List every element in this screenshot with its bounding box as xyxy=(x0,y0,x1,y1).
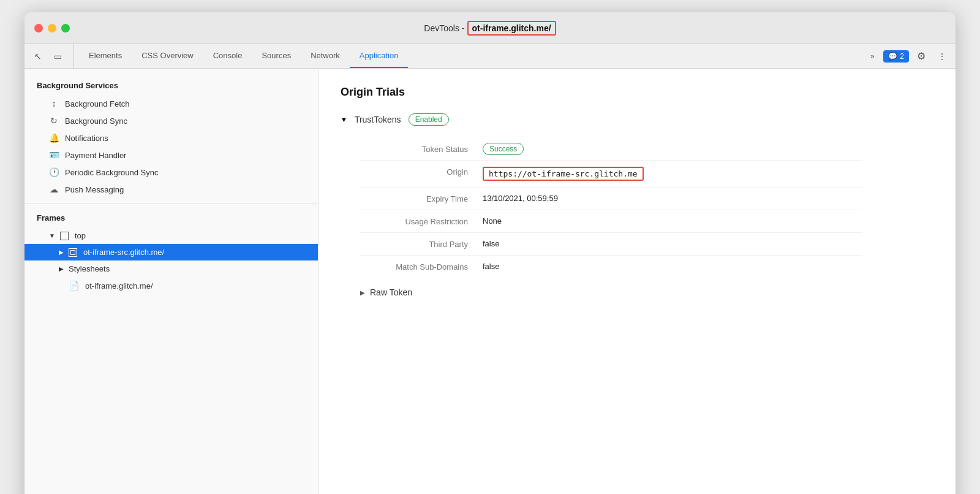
tab-application[interactable]: Application xyxy=(350,44,409,68)
frames-item-ot-iframe[interactable]: 📄 ot-iframe.glitch.me/ xyxy=(24,277,318,294)
devtools-window: DevTools - ot-iframe.glitch.me/ ↖ ▭ Elem… xyxy=(24,12,956,494)
origin-value: https://ot-iframe-src.glitch.me xyxy=(483,167,644,181)
sidebar-divider xyxy=(24,203,318,203)
iframe-src-label: ot-iframe-src.glitch.me/ xyxy=(83,248,164,257)
stylesheets-label: Stylesheets xyxy=(69,264,110,273)
token-status-value: Success xyxy=(483,144,524,153)
third-party-row: Third Party false xyxy=(360,233,862,256)
tab-network[interactable]: Network xyxy=(301,44,350,68)
usage-restriction-label: Usage Restriction xyxy=(360,216,483,226)
background-sync-label: Background Sync xyxy=(65,116,127,126)
frames-section: Frames ▼ top ▶ ot-iframe-src.glitch.me/ … xyxy=(24,208,318,294)
iframe-arrow-icon: ▶ xyxy=(59,249,64,256)
frames-item-stylesheets[interactable]: ▶ Stylesheets xyxy=(24,260,318,277)
sidebar-item-background-fetch[interactable]: ↕ Background Fetch xyxy=(24,95,318,112)
toolbar-tabs: Elements CSS Overview Console Sources Ne… xyxy=(79,44,865,68)
payment-handler-label: Payment Handler xyxy=(65,151,126,160)
trust-tokens-label: TrustTokens xyxy=(355,115,401,124)
messages-button[interactable]: 💬 2 xyxy=(883,50,909,63)
titlebar: DevTools - ot-iframe.glitch.me/ xyxy=(24,12,956,44)
expiry-value: 13/10/2021, 00:59:59 xyxy=(483,194,558,203)
token-status-badge: Success xyxy=(483,143,524,155)
tab-elements[interactable]: Elements xyxy=(79,44,132,68)
frames-item-ot-iframe-src[interactable]: ▶ ot-iframe-src.glitch.me/ xyxy=(24,244,318,260)
push-messaging-label: Push Messaging xyxy=(65,185,124,194)
background-services-header: Background Services xyxy=(24,76,318,95)
trust-tokens-badge: Enabled xyxy=(409,113,449,126)
frame-iframe-icon xyxy=(69,248,77,257)
frames-top-label: top xyxy=(75,231,86,240)
sidebar-item-push-messaging[interactable]: ☁ Push Messaging xyxy=(24,181,318,198)
match-subdomains-label: Match Sub-Domains xyxy=(360,262,483,272)
sidebar-item-periodic-background-sync[interactable]: 🕐 Periodic Background Sync xyxy=(24,164,318,181)
payment-handler-icon: 🪪 xyxy=(49,150,59,160)
ot-iframe-label: ot-iframe.glitch.me/ xyxy=(85,281,153,291)
sidebar-item-background-sync[interactable]: ↻ Background Sync xyxy=(24,112,318,129)
settings-gear-icon[interactable]: ⚙ xyxy=(913,48,930,65)
device-icon[interactable]: ▭ xyxy=(49,48,66,65)
usage-restriction-value: None xyxy=(483,216,502,226)
minimize-button[interactable] xyxy=(48,24,56,32)
token-status-label: Token Status xyxy=(360,144,483,154)
toolbar: ↖ ▭ Elements CSS Overview Console Source… xyxy=(24,44,956,69)
toolbar-icon-group: ↖ ▭ xyxy=(29,44,74,68)
frame-box-icon xyxy=(60,232,69,240)
trust-tokens-header[interactable]: ▼ TrustTokens Enabled xyxy=(341,113,933,126)
sidebar-item-notifications[interactable]: 🔔 Notifications xyxy=(24,129,318,146)
raw-token-label: Raw Token xyxy=(370,287,412,297)
usage-restriction-row: Usage Restriction None xyxy=(360,210,862,233)
background-sync-icon: ↻ xyxy=(49,116,59,126)
main-content: Background Services ↕ Background Fetch ↻… xyxy=(24,69,956,494)
top-arrow-icon: ▼ xyxy=(49,232,55,239)
tab-css-overview[interactable]: CSS Overview xyxy=(132,44,203,68)
maximize-button[interactable] xyxy=(61,24,70,32)
origin-row: Origin https://ot-iframe-src.glitch.me xyxy=(360,161,862,188)
background-fetch-icon: ↕ xyxy=(49,99,59,108)
content-area: Origin Trials ▼ TrustTokens Enabled Toke… xyxy=(318,69,956,494)
raw-token-chevron-icon: ▶ xyxy=(360,289,365,296)
detail-table: Token Status Success Origin https://ot-i… xyxy=(360,138,862,278)
notifications-icon: 🔔 xyxy=(49,133,59,143)
toolbar-right: » 💬 2 ⚙ ⋮ xyxy=(865,44,951,68)
window-controls xyxy=(34,24,70,32)
trust-tokens-chevron-icon: ▼ xyxy=(341,116,347,123)
cursor-icon[interactable]: ↖ xyxy=(29,48,47,65)
third-party-value: false xyxy=(483,239,499,248)
match-subdomains-row: Match Sub-Domains false xyxy=(360,256,862,278)
push-messaging-icon: ☁ xyxy=(49,184,59,194)
token-status-row: Token Status Success xyxy=(360,138,862,161)
close-button[interactable] xyxy=(34,24,43,32)
periodic-sync-label: Periodic Background Sync xyxy=(65,168,158,177)
expiry-label: Expiry Time xyxy=(360,194,483,203)
background-fetch-label: Background Fetch xyxy=(65,99,130,108)
file-icon: 📄 xyxy=(69,281,79,291)
more-tabs-button[interactable]: » xyxy=(865,48,880,65)
notifications-label: Notifications xyxy=(65,134,108,143)
messages-count: 2 xyxy=(900,52,904,61)
frames-item-top[interactable]: ▼ top xyxy=(24,227,318,244)
expiry-row: Expiry Time 13/10/2021, 00:59:59 xyxy=(360,188,862,210)
chat-icon: 💬 xyxy=(888,52,897,61)
sidebar-item-payment-handler[interactable]: 🪪 Payment Handler xyxy=(24,146,318,164)
raw-token-row[interactable]: ▶ Raw Token xyxy=(360,287,933,297)
periodic-sync-icon: 🕐 xyxy=(49,167,59,177)
devtools-label: DevTools - xyxy=(424,23,464,33)
sidebar: Background Services ↕ Background Fetch ↻… xyxy=(24,69,318,494)
third-party-label: Third Party xyxy=(360,239,483,249)
match-subdomains-value: false xyxy=(483,262,499,271)
titlebar-text: DevTools - ot-iframe.glitch.me/ xyxy=(424,21,556,36)
tab-console[interactable]: Console xyxy=(203,44,252,68)
frames-header: Frames xyxy=(24,208,318,227)
more-options-icon[interactable]: ⋮ xyxy=(933,48,951,65)
tab-sources[interactable]: Sources xyxy=(252,44,301,68)
stylesheets-arrow-icon: ▶ xyxy=(59,265,64,272)
titlebar-url: ot-iframe.glitch.me/ xyxy=(467,21,556,36)
page-title: Origin Trials xyxy=(341,86,933,99)
origin-label: Origin xyxy=(360,167,483,177)
